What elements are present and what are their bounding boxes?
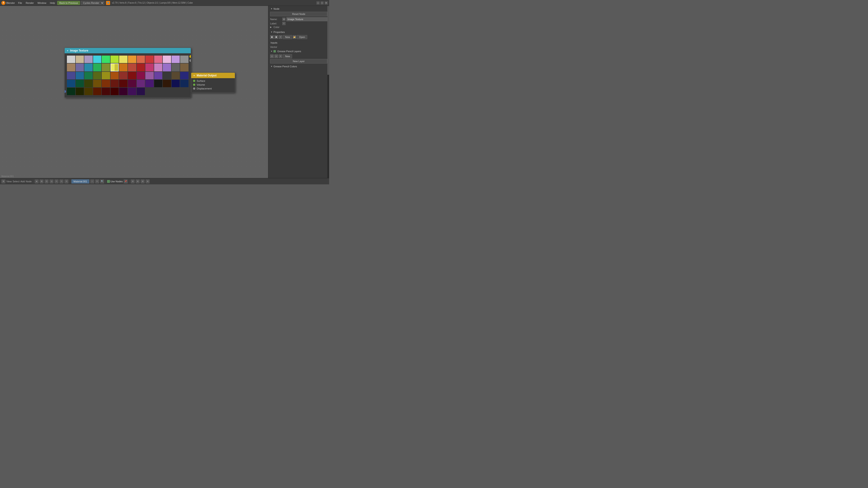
properties-section-header[interactable]: ▼ Properties [269, 30, 328, 34]
color-cell[interactable] [119, 72, 127, 79]
new-image-button[interactable]: New [283, 35, 292, 39]
bottom-icon7[interactable]: ⊙ [64, 180, 68, 184]
bottom-icon6[interactable]: ✏ [59, 180, 64, 184]
color-output-connector[interactable] [189, 55, 191, 58]
color-cell[interactable] [84, 56, 93, 63]
bottom-icon2[interactable]: ⊞ [39, 180, 43, 184]
add-layer-button[interactable]: + [279, 55, 282, 58]
color-cell[interactable] [172, 80, 180, 87]
color-cell[interactable] [137, 56, 145, 63]
color-cell[interactable] [119, 80, 127, 87]
new-layer-button[interactable]: New [283, 54, 292, 58]
material-add-icon[interactable]: + [90, 180, 94, 184]
color-cell[interactable] [172, 56, 180, 63]
color-cell[interactable] [93, 64, 101, 71]
color-cell[interactable] [145, 72, 154, 79]
color-cell[interactable] [137, 64, 145, 71]
bottom-icon10[interactable]: ⊕ [141, 180, 145, 184]
view-label[interactable]: View [6, 180, 12, 183]
color-cell[interactable] [111, 88, 119, 95]
color-cell[interactable] [111, 72, 119, 79]
bottom-icon9[interactable]: ⊕ [135, 180, 140, 184]
reset-node-button[interactable]: Reset Node [270, 12, 327, 16]
color-cell[interactable] [128, 56, 136, 63]
minimize-button[interactable]: ─ [316, 1, 320, 4]
color-cell[interactable] [128, 80, 136, 87]
color-cell[interactable] [154, 64, 162, 71]
color-cell-selected[interactable] [111, 64, 119, 71]
alpha-output-connector[interactable] [189, 59, 191, 62]
node-label[interactable]: Node [26, 180, 32, 183]
new-layer-big-button[interactable]: New Layer [270, 59, 327, 64]
color-cell[interactable] [111, 56, 119, 63]
color-cell[interactable] [84, 64, 93, 71]
color-cell[interactable] [102, 80, 110, 87]
material-remove-icon[interactable]: ✕ [95, 180, 99, 184]
color-cell[interactable] [93, 56, 101, 63]
grease-pencil-colors-header[interactable]: ▼ Grease Pencil Colors [269, 64, 328, 68]
node-section-header[interactable]: ▼ Node [269, 7, 328, 11]
add-image-button[interactable]: + [279, 35, 282, 39]
color-cell[interactable] [163, 64, 171, 71]
volume-socket-dot[interactable] [193, 84, 195, 86]
displacement-socket-dot[interactable] [193, 88, 195, 90]
color-cell[interactable] [145, 56, 154, 63]
color-cell[interactable] [154, 56, 162, 63]
color-cell[interactable] [119, 88, 127, 95]
color-cell[interactable] [163, 72, 171, 79]
color-cell[interactable] [67, 64, 75, 71]
right-panel-scrollbar[interactable] [327, 6, 329, 178]
menu-render[interactable]: Render [24, 1, 35, 5]
menu-help[interactable]: Help [49, 1, 57, 5]
color-cell[interactable] [67, 88, 75, 95]
open-image-button[interactable]: Open [297, 35, 307, 39]
use-nodes-toggle[interactable]: Use Nodes [107, 180, 123, 183]
node-editor-icon[interactable]: ◈ [35, 180, 39, 184]
bottom-icon11[interactable]: ⊕ [146, 180, 150, 184]
color-cell[interactable] [102, 64, 110, 71]
color-cell[interactable] [93, 88, 101, 95]
color-cell[interactable] [172, 64, 180, 71]
color-cell[interactable] [172, 72, 180, 79]
menu-file[interactable]: File [17, 1, 24, 5]
bottom-icon4[interactable]: ◎ [50, 180, 54, 184]
bottom-icon-view[interactable]: ⊞ [1, 180, 5, 184]
color-cell[interactable] [84, 72, 93, 79]
color-cell[interactable] [84, 80, 93, 87]
scrollbar-thumb[interactable] [327, 6, 329, 75]
color-cell[interactable] [128, 64, 136, 71]
color-cell[interactable] [76, 88, 84, 95]
color-cell[interactable] [111, 80, 119, 87]
menu-window[interactable]: Window [36, 1, 48, 5]
color-cell[interactable] [67, 56, 75, 63]
color-cell[interactable] [128, 88, 136, 95]
bottom-icon5[interactable]: ✏ [55, 180, 59, 184]
color-cell[interactable] [154, 72, 162, 79]
back-to-previous-button[interactable]: Back to Previous [57, 1, 80, 5]
image-texture-node-header[interactable]: ▼ Image Texture [65, 48, 191, 53]
color-cell[interactable] [163, 80, 171, 87]
bottom-icon3[interactable]: ⊡ [44, 180, 49, 184]
bottom-icon8[interactable]: ⊕ [131, 180, 135, 184]
color-cell[interactable] [119, 56, 127, 63]
color-cell[interactable] [154, 80, 162, 87]
add-label[interactable]: Add [20, 180, 25, 183]
material-output-header[interactable]: ▼ Material Output [191, 73, 235, 78]
color-cell[interactable] [163, 56, 171, 63]
color-cell[interactable] [102, 72, 110, 79]
render-engine-select[interactable]: Cycles Render [81, 1, 104, 5]
color-cell[interactable] [76, 80, 84, 87]
surface-socket-dot[interactable] [193, 80, 195, 82]
color-cell[interactable] [102, 88, 110, 95]
color-cell[interactable] [76, 72, 84, 79]
color-cell[interactable] [180, 80, 188, 87]
color-cell[interactable] [180, 56, 188, 63]
color-cell[interactable] [93, 80, 101, 87]
close-button[interactable]: ✕ [324, 1, 328, 4]
material-browse-icon[interactable]: 🔍 [100, 180, 104, 184]
inputs-section-header[interactable]: Inputs [269, 41, 328, 45]
color-cell[interactable] [67, 80, 75, 87]
color-cell[interactable] [119, 64, 127, 71]
color-cell[interactable] [84, 88, 93, 95]
color-cell[interactable] [180, 72, 188, 79]
